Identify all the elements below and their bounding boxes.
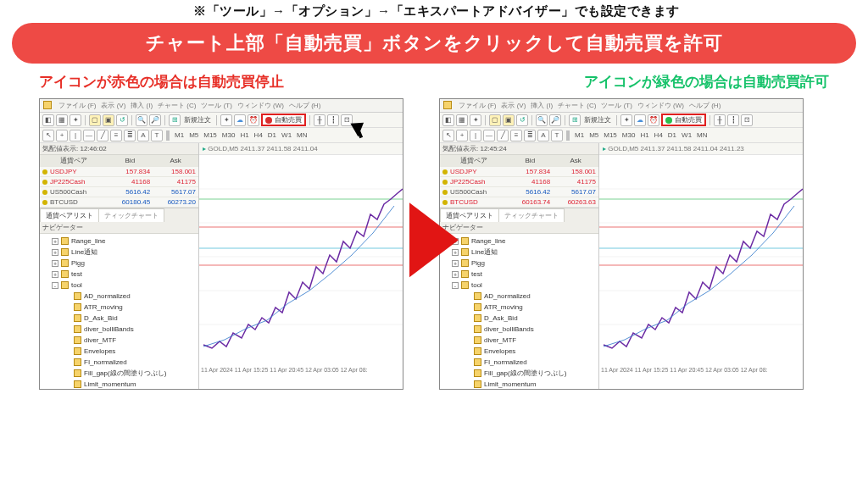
channel-icon[interactable]: ≡	[510, 130, 522, 141]
fibo-icon[interactable]: ≣	[524, 130, 536, 141]
tf-button[interactable]: H1	[238, 131, 250, 139]
toolbar-button[interactable]: ☁	[234, 114, 246, 126]
tf-button[interactable]: M5	[187, 131, 200, 139]
menu-item[interactable]: チャート (C)	[558, 101, 596, 110]
tf-button[interactable]: M15	[602, 131, 619, 139]
tf-button[interactable]: W1	[680, 131, 693, 139]
tree-item[interactable]: Envelopes	[42, 346, 197, 357]
tf-button[interactable]: M1	[173, 131, 186, 139]
tf-button[interactable]: H4	[253, 131, 264, 139]
expand-icon[interactable]: +	[52, 249, 58, 256]
new-order-button[interactable]: 新規注文	[582, 115, 613, 125]
toolbar-button[interactable]: ✦	[220, 114, 232, 126]
tf-button[interactable]: M30	[220, 131, 237, 139]
tree-item[interactable]: diver_MTF	[442, 335, 597, 346]
vline-icon[interactable]: |	[470, 130, 481, 141]
toolbar-button[interactable]: ▦	[456, 114, 468, 126]
label-icon[interactable]: T	[151, 130, 163, 141]
tree-item[interactable]: +Range_line	[442, 236, 597, 247]
tf-button[interactable]: H1	[638, 131, 650, 139]
toolbar-button[interactable]: ▣	[103, 114, 114, 126]
tree-item[interactable]: +test	[442, 269, 597, 280]
toolbar-button[interactable]: ✦	[70, 114, 81, 126]
tree-item[interactable]: Envelopes	[442, 346, 597, 357]
expand-icon[interactable]: +	[52, 271, 58, 278]
tf-button[interactable]: D1	[266, 131, 278, 139]
tree-item[interactable]: +test	[42, 269, 197, 280]
tree-item[interactable]: D_Ask_Bid	[442, 313, 597, 324]
menu-item[interactable]: 表示 (V)	[501, 101, 526, 110]
tree-item[interactable]: Fill_gap(線の間塗りつぶし)	[42, 368, 197, 379]
tree-item[interactable]: +Range_line	[42, 236, 197, 247]
toolbar-button[interactable]: ╫	[314, 114, 326, 126]
tree-item[interactable]: +Line通知	[442, 247, 597, 258]
tf-button[interactable]: M30	[620, 131, 637, 139]
toolbar-button[interactable]: ⊞	[169, 114, 181, 126]
menu-item[interactable]: ウィンドウ (W)	[237, 101, 284, 110]
trendline-icon[interactable]: ╱	[497, 130, 509, 141]
tree-item[interactable]: D_Ask_Bid	[42, 313, 197, 324]
auto-trade-button[interactable]: 自動売買	[261, 114, 306, 126]
zoom-in-icon[interactable]: 🔍	[536, 114, 548, 126]
zoom-out-icon[interactable]: 🔎	[149, 114, 161, 126]
toolbar-button[interactable]: ▢	[89, 114, 101, 126]
toolbar-button[interactable]: ╫	[714, 114, 726, 126]
price-chart[interactable]	[199, 155, 403, 365]
zoom-in-icon[interactable]: 🔍	[136, 114, 147, 126]
toolbar-button[interactable]: ↺	[116, 114, 128, 126]
toolbar-button[interactable]: ▦	[56, 114, 68, 126]
hline-icon[interactable]: —	[483, 130, 495, 141]
menu-item[interactable]: ファイル (F)	[58, 101, 96, 110]
menu-item[interactable]: ヘルプ (H)	[289, 101, 320, 110]
menu-item[interactable]: 表示 (V)	[101, 101, 125, 110]
tab[interactable]: 通貨ペアリスト	[40, 208, 99, 222]
tree-item[interactable]: diver_MTF	[42, 335, 197, 346]
hline-icon[interactable]: —	[83, 130, 95, 141]
tf-button[interactable]: MN	[295, 131, 309, 139]
trendline-icon[interactable]: ╱	[97, 130, 108, 141]
menu-item[interactable]: ツール (T)	[201, 101, 231, 110]
tf-button[interactable]: D1	[666, 131, 678, 139]
crosshair-icon[interactable]: +	[456, 130, 468, 141]
tree-item[interactable]: AD_normalized	[42, 291, 197, 302]
toolbar-button[interactable]: ☁	[634, 114, 646, 126]
menu-item[interactable]: ウィンドウ (W)	[637, 101, 684, 110]
menu-item[interactable]: ヘルプ (H)	[689, 101, 721, 110]
menu-item[interactable]: チャート (C)	[158, 101, 196, 110]
tree-item[interactable]: diver_bolliBands	[442, 324, 597, 335]
tree-item[interactable]: FI_normalized	[442, 357, 597, 368]
tree-item[interactable]: ATR_moving	[442, 302, 597, 313]
toolbar-button[interactable]: ⏰	[648, 114, 659, 126]
fibo-icon[interactable]: ≣	[124, 130, 136, 141]
toolbar-button[interactable]: ┇	[327, 114, 339, 126]
toolbar-button[interactable]: ⊡	[341, 114, 353, 126]
tree-item[interactable]: diver_bolliBands	[42, 324, 197, 335]
text-icon[interactable]: A	[137, 130, 149, 141]
toolbar-button[interactable]: ▢	[489, 114, 501, 126]
menu-item[interactable]: ツール (T)	[601, 101, 632, 110]
tree-item[interactable]: AD_normalized	[442, 291, 597, 302]
zoom-out-icon[interactable]: 🔎	[549, 114, 561, 126]
tf-button[interactable]: H4	[653, 131, 665, 139]
toolbar-button[interactable]: ✦	[620, 114, 632, 126]
tree-item[interactable]: +Pigg	[42, 258, 197, 269]
vline-icon[interactable]: |	[70, 130, 81, 141]
toolbar-button[interactable]: ▣	[503, 114, 515, 126]
toolbar-button[interactable]: ◧	[42, 114, 54, 126]
tree-item[interactable]: Fill_gap(線の間塗りつぶし)	[442, 368, 597, 379]
toolbar-button[interactable]: ⏰	[248, 114, 259, 126]
tree-item[interactable]: FI_normalized	[42, 357, 197, 368]
expand-icon[interactable]: +	[52, 260, 58, 267]
expand-icon[interactable]: +	[52, 238, 58, 245]
tree-item[interactable]: -tool	[442, 280, 597, 291]
tf-button[interactable]: M15	[202, 131, 219, 139]
tf-button[interactable]: M5	[587, 131, 600, 139]
label-icon[interactable]: T	[551, 130, 563, 141]
auto-trade-button[interactable]: 自動売買	[661, 114, 706, 126]
new-order-button[interactable]: 新規注文	[182, 115, 213, 125]
cursor-icon[interactable]: ↖	[442, 130, 454, 141]
expand-icon[interactable]: -	[52, 282, 58, 289]
tree-item[interactable]: Limit_momentum	[42, 379, 197, 389]
channel-icon[interactable]: ≡	[110, 130, 122, 141]
tree-item[interactable]: +Pigg	[442, 258, 597, 269]
